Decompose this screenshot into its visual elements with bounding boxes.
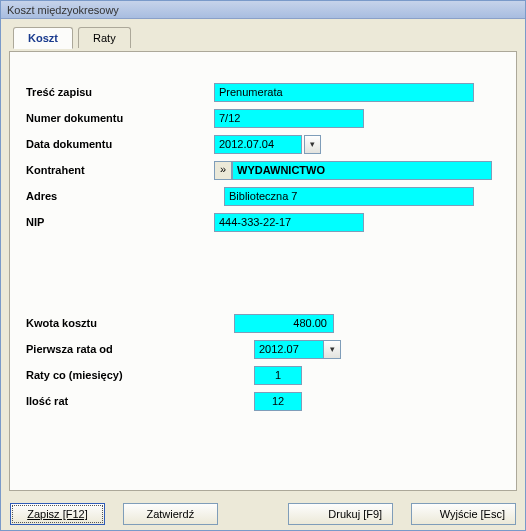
label-tresc: Treść zapisu (24, 86, 214, 98)
dropdown-pierwsza[interactable]: ▾ (324, 340, 341, 359)
zapisz-button[interactable]: Zapisz [F12] (10, 503, 105, 525)
input-data-dok[interactable] (214, 135, 302, 154)
input-nip[interactable] (214, 213, 364, 232)
panel-koszt: Treść zapisu Numer dokumentu Data dokume… (9, 51, 517, 491)
label-pierwsza: Pierwsza rata od (24, 343, 214, 355)
dropdown-data-dok[interactable]: ▾ (304, 135, 321, 154)
label-numer: Numer dokumentu (24, 112, 214, 124)
input-pierwsza[interactable] (254, 340, 324, 359)
chevron-down-icon: ▾ (310, 139, 315, 149)
tab-koszt-label: Koszt (28, 32, 58, 44)
input-tresc[interactable] (214, 83, 474, 102)
input-adres[interactable] (224, 187, 474, 206)
label-kwota: Kwota kosztu (24, 317, 214, 329)
input-numer[interactable] (214, 109, 364, 128)
label-kontrahent: Kontrahent (24, 164, 214, 176)
input-raty-co[interactable] (254, 366, 302, 385)
zatwierdz-button[interactable]: Zatwierdź (123, 503, 218, 525)
tab-strip: Koszt Raty (13, 27, 525, 51)
title-bar: Koszt międzyokresowy (1, 1, 525, 19)
label-nip: NIP (24, 216, 214, 228)
wyjscie-button[interactable]: Wyjście [Esc] (411, 503, 516, 525)
tab-raty-label: Raty (93, 32, 116, 44)
window-title: Koszt międzyokresowy (7, 4, 119, 16)
pick-icon: » (220, 163, 226, 175)
pick-kontrahent-button[interactable]: » (214, 161, 232, 180)
dialog-window: Koszt międzyokresowy Koszt Raty Treść za… (0, 0, 526, 531)
label-raty-co: Raty co (miesięcy) (24, 369, 214, 381)
input-kontrahent[interactable] (232, 161, 492, 180)
footer-buttons: Zapisz [F12] Zatwierdź Drukuj [F9] Wyjśc… (0, 503, 526, 525)
tab-koszt[interactable]: Koszt (13, 27, 73, 49)
input-kwota[interactable] (234, 314, 334, 333)
drukuj-button[interactable]: Drukuj [F9] (288, 503, 393, 525)
input-ilosc-rat[interactable] (254, 392, 302, 411)
label-adres: Adres (24, 190, 214, 202)
label-ilosc-rat: Ilość rat (24, 395, 214, 407)
label-data-dok: Data dokumentu (24, 138, 214, 150)
tab-raty[interactable]: Raty (78, 27, 131, 48)
chevron-down-icon: ▾ (330, 344, 335, 354)
